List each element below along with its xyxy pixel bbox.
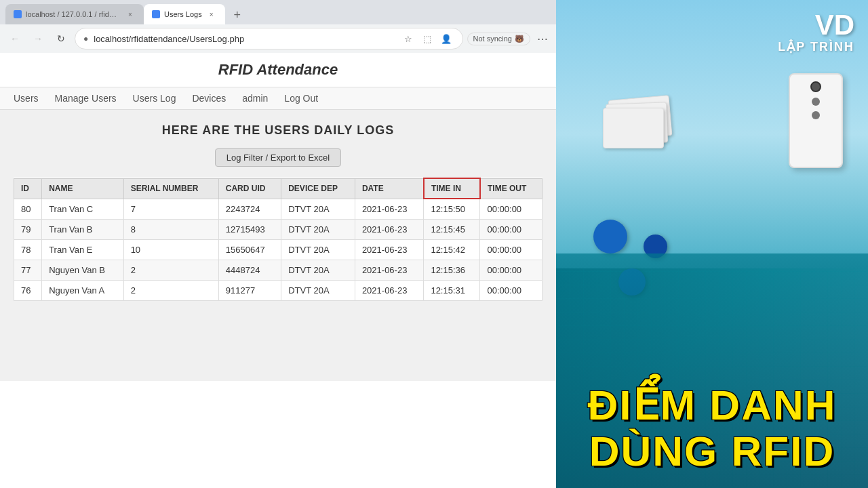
lap-trinh-text: LẬP TRÌNH xyxy=(778,39,854,54)
main-content: HERE ARE THE USERS DAILY LOGS Log Filter… xyxy=(0,110,556,381)
cell-4: DTVT 20A xyxy=(281,240,355,260)
cell-4: DTVT 20A xyxy=(281,260,355,281)
cell-7: 00:00:00 xyxy=(480,260,542,281)
cell-4: DTVT 20A xyxy=(281,220,355,240)
cell-2: 10 xyxy=(123,240,218,260)
cell-3: 12715493 xyxy=(218,220,281,240)
cell-7: 00:00:00 xyxy=(480,240,542,260)
cell-0: 78 xyxy=(14,240,42,260)
col-card-uid: CARD UID xyxy=(218,178,281,199)
cell-6: 12:15:45 xyxy=(424,220,480,240)
reader-lens-2 xyxy=(812,98,820,106)
bottom-overlay: ĐIỂM DANH DÙNG RFID xyxy=(556,253,868,488)
tab-label-1: localhost / 127.0.0.1 / rfidattend… xyxy=(26,10,121,18)
cell-3: 2243724 xyxy=(218,199,281,220)
col-id: ID xyxy=(14,178,42,199)
nav-users-log[interactable]: Users Log xyxy=(133,93,176,104)
col-time-in: TIME IN xyxy=(424,178,480,199)
cell-2: 2 xyxy=(123,281,218,301)
cell-1: Tran Van E xyxy=(42,240,124,260)
cell-5: 2021-06-23 xyxy=(355,220,424,240)
page-heading: HERE ARE THE USERS DAILY LOGS xyxy=(14,123,542,138)
cell-1: Tran Van C xyxy=(42,199,124,220)
cell-5: 2021-06-23 xyxy=(355,281,424,301)
cell-6: 12:15:42 xyxy=(424,240,480,260)
reload-button[interactable]: ↻ xyxy=(52,29,71,48)
cell-7: 00:00:00 xyxy=(480,220,542,240)
table-row: 76Nguyen Van A2911277DTVT 20A2021-06-231… xyxy=(14,281,542,301)
table-row: 79Tran Van B812715493DTVT 20A2021-06-231… xyxy=(14,220,542,240)
vd-logo: VD LẬP TRÌNH xyxy=(778,11,854,54)
tab-bar: localhost / 127.0.0.1 / rfidattend… × Us… xyxy=(0,0,556,24)
extension-icon[interactable]: ⬚ xyxy=(419,30,435,47)
url-text: localhost/rfidattendance/UsersLog.php xyxy=(94,34,394,44)
data-table: ID NAME SERIAL NUMBER CARD UID DEVICE DE… xyxy=(14,178,542,301)
cell-2: 2 xyxy=(123,260,218,281)
col-time-out: TIME OUT xyxy=(480,178,542,199)
table-row: 78Tran Van E1015650647DTVT 20A2021-06-23… xyxy=(14,240,542,260)
address-bar-row: ← → ↻ ● localhost/rfidattendance/UsersLo… xyxy=(0,24,556,53)
table-row: 77Nguyen Van B24448724DTVT 20A2021-06-23… xyxy=(14,260,542,281)
cell-5: 2021-06-23 xyxy=(355,199,424,220)
site-title: RFID Attendance xyxy=(14,61,542,79)
tab-favicon-1 xyxy=(14,10,22,18)
site-header: RFID Attendance xyxy=(0,53,556,87)
profile-icon[interactable]: 👤 xyxy=(438,30,454,47)
col-date: DATE xyxy=(355,178,424,199)
web-content: RFID Attendance Users Manage Users Users… xyxy=(0,53,556,488)
cell-0: 80 xyxy=(14,199,42,220)
nav-admin[interactable]: admin xyxy=(242,93,268,104)
vietnamese-title: ĐIỂM DANH DÙNG RFID xyxy=(556,371,868,488)
new-tab-button[interactable]: + xyxy=(228,5,247,24)
address-bar[interactable]: ● localhost/rfidattendance/UsersLog.php … xyxy=(75,28,463,49)
table-header-row: ID NAME SERIAL NUMBER CARD UID DEVICE DE… xyxy=(14,178,542,199)
bookmark-icon[interactable]: ☆ xyxy=(400,30,416,47)
back-button[interactable]: ← xyxy=(5,29,24,48)
tab-close-2[interactable]: × xyxy=(206,9,217,20)
table-row: 80Tran Van C72243724DTVT 20A2021-06-2312… xyxy=(14,199,542,220)
cell-6: 12:15:36 xyxy=(424,260,480,281)
browser-window: localhost / 127.0.0.1 / rfidattend… × Us… xyxy=(0,0,556,488)
security-icon: ● xyxy=(83,34,88,43)
cell-0: 79 xyxy=(14,220,42,240)
cell-1: Nguyen Van A xyxy=(42,281,124,301)
nav-users[interactable]: Users xyxy=(14,93,39,104)
col-device-dep: DEVICE DEP xyxy=(281,178,355,199)
tab-close-1[interactable]: × xyxy=(125,9,136,20)
nav-manage-users[interactable]: Manage Users xyxy=(55,93,117,104)
sync-avatar: 🐻 xyxy=(515,35,524,43)
rfid-reader xyxy=(789,73,843,168)
nav-devices[interactable]: Devices xyxy=(192,93,226,104)
right-background: VD LẬP TRÌNH ĐIỂM DANH DÙNG RFID xyxy=(556,0,868,488)
cell-0: 76 xyxy=(14,281,42,301)
tab-userlogs[interactable]: Users Logs × xyxy=(144,4,225,24)
cell-4: DTVT 20A xyxy=(281,199,355,220)
cell-5: 2021-06-23 xyxy=(355,240,424,260)
cell-4: DTVT 20A xyxy=(281,281,355,301)
cell-1: Tran Van B xyxy=(42,220,124,240)
cell-3: 4448724 xyxy=(218,260,281,281)
cell-3: 15650647 xyxy=(218,240,281,260)
vd-letters: VD xyxy=(778,11,854,39)
cell-7: 00:00:00 xyxy=(480,199,542,220)
filter-btn-row: Log Filter / Export to Excel xyxy=(14,148,542,167)
cell-6: 12:15:50 xyxy=(424,199,480,220)
cell-2: 8 xyxy=(123,220,218,240)
nav-logout[interactable]: Log Out xyxy=(284,93,318,104)
forward-button[interactable]: → xyxy=(28,29,47,48)
reader-lens-1 xyxy=(810,81,821,92)
sync-label: Not syncing xyxy=(473,35,512,43)
cell-6: 12:15:31 xyxy=(424,281,480,301)
sync-badge[interactable]: Not syncing 🐻 xyxy=(467,33,530,45)
browser-menu-button[interactable]: ⋯ xyxy=(534,30,551,47)
cell-2: 7 xyxy=(123,199,218,220)
table-body: 80Tran Van C72243724DTVT 20A2021-06-2312… xyxy=(14,199,542,301)
tab-favicon-2 xyxy=(152,10,160,18)
col-serial: SERIAL NUMBER xyxy=(123,178,218,199)
filter-export-button[interactable]: Log Filter / Export to Excel xyxy=(215,148,341,167)
cell-5: 2021-06-23 xyxy=(355,260,424,281)
tab-rfid[interactable]: localhost / 127.0.0.1 / rfidattend… × xyxy=(5,4,144,24)
reader-lens-3 xyxy=(812,111,820,119)
card-3 xyxy=(603,108,664,148)
cell-0: 77 xyxy=(14,260,42,281)
